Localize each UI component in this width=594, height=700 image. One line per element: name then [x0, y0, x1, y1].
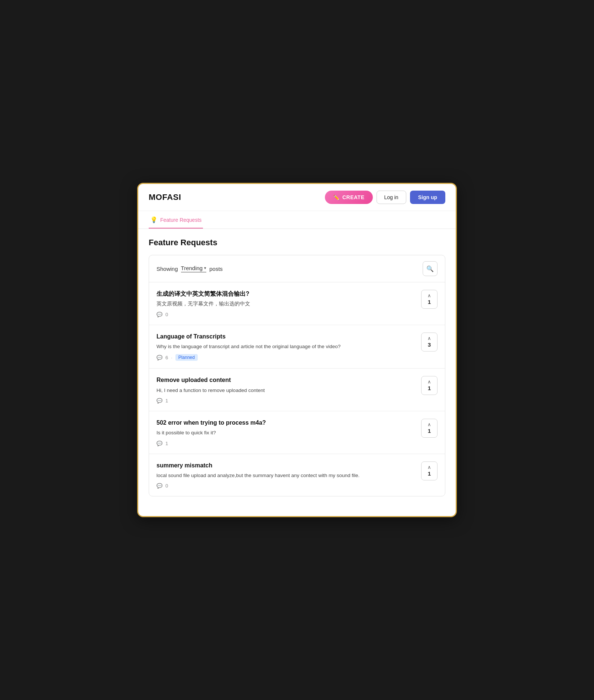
filter-text: Showing Trending ▾ posts: [156, 265, 223, 272]
post-item: Language of Transcripts Why is the langu…: [149, 325, 445, 369]
post-description: Why is the language of transcript and ar…: [156, 343, 415, 350]
app-logo: MOFASI: [149, 192, 181, 202]
posts-container: Showing Trending ▾ posts 🔍 生成的译文中英文简繁体混合…: [149, 255, 445, 496]
upvote-icon: ∧: [427, 422, 431, 427]
post-item: 生成的译文中英文简繁体混合输出? 英文原视频，无字幕文件，输出选的中文 💬 0 …: [149, 282, 445, 325]
showing-label: Showing: [156, 266, 178, 272]
post-meta: 💬 0: [156, 483, 415, 489]
post-description: 英文原视频，无字幕文件，输出选的中文: [156, 300, 415, 308]
filter-bar: Showing Trending ▾ posts 🔍: [149, 255, 445, 282]
chevron-down-icon: ▾: [204, 266, 206, 270]
posts-list: 生成的译文中英文简繁体混合输出? 英文原视频，无字幕文件，输出选的中文 💬 0 …: [149, 282, 445, 496]
comment-icon: 💬: [156, 398, 162, 404]
comment-icon: 💬: [156, 441, 162, 446]
upvote-icon: ∧: [427, 293, 431, 298]
post-title: 生成的译文中英文简繁体混合输出?: [156, 290, 415, 298]
vote-button[interactable]: ∧ 1: [421, 290, 438, 309]
upvote-icon: ∧: [427, 336, 431, 341]
posts-label: posts: [209, 266, 223, 272]
comment-count: 1: [165, 441, 168, 446]
tab-feature-requests[interactable]: 💡 Feature Requests: [149, 211, 203, 229]
post-title: 502 error when trying to process m4a?: [156, 419, 415, 427]
post-description: Hi, I need a function to remove uploaded…: [156, 387, 415, 394]
page-title: Feature Requests: [149, 238, 445, 247]
comment-count: 0: [165, 483, 168, 489]
post-item: Remove uploaded content Hi, I need a fun…: [149, 369, 445, 411]
post-body: Remove uploaded content Hi, I need a fun…: [156, 376, 415, 404]
header: MOFASI ✏️ CREATE Log in Sign up: [138, 184, 456, 211]
comment-icon: 💬: [156, 483, 162, 489]
post-title: summery mismatch: [156, 461, 415, 470]
upvote-icon: ∧: [427, 379, 431, 384]
post-item: summery mismatch local sound file upload…: [149, 454, 445, 496]
tag-planned: Planned: [175, 354, 198, 361]
vote-button[interactable]: ∧ 1: [421, 419, 438, 438]
dot-separator: ·: [171, 355, 172, 360]
vote-count: 1: [428, 428, 431, 434]
post-meta: 💬 1: [156, 398, 415, 404]
post-body: summery mismatch local sound file upload…: [156, 461, 415, 489]
login-button[interactable]: Log in: [377, 191, 406, 204]
vote-button[interactable]: ∧ 1: [421, 461, 438, 480]
vote-count: 1: [428, 385, 431, 392]
comment-icon: 💬: [156, 355, 162, 360]
comment-count: 6: [165, 355, 168, 360]
vote-count: 1: [428, 470, 431, 477]
post-body: 502 error when trying to process m4a? Is…: [156, 419, 415, 446]
upvote-icon: ∧: [427, 465, 431, 470]
post-description: local sound file upload and analyze,but …: [156, 472, 415, 479]
create-button[interactable]: ✏️ CREATE: [325, 191, 372, 204]
post-body: 生成的译文中英文简繁体混合输出? 英文原视频，无字幕文件，输出选的中文 💬 0: [156, 290, 415, 317]
vote-count: 3: [428, 341, 431, 348]
pencil-icon: ✏️: [333, 194, 340, 200]
search-button[interactable]: 🔍: [423, 261, 438, 276]
header-actions: ✏️ CREATE Log in Sign up: [325, 191, 445, 204]
vote-button[interactable]: ∧ 1: [421, 376, 438, 395]
sort-dropdown[interactable]: Trending ▾: [181, 265, 207, 272]
post-item: 502 error when trying to process m4a? Is…: [149, 411, 445, 454]
post-body: Language of Transcripts Why is the langu…: [156, 333, 415, 361]
post-meta: 💬 0: [156, 312, 415, 317]
main-content: Feature Requests Showing Trending ▾ post…: [138, 229, 456, 505]
signup-button[interactable]: Sign up: [410, 191, 445, 204]
post-meta: 💬 6 · Planned: [156, 354, 415, 361]
nav-tab-bar: 💡 Feature Requests: [138, 211, 456, 229]
sort-label: Trending: [181, 265, 203, 271]
vote-button[interactable]: ∧ 3: [421, 333, 438, 351]
post-title: Remove uploaded content: [156, 376, 415, 384]
search-icon: 🔍: [426, 265, 434, 272]
bulb-icon: 💡: [150, 216, 158, 223]
app-window: MOFASI ✏️ CREATE Log in Sign up 💡 Featur…: [137, 183, 457, 517]
post-title: Language of Transcripts: [156, 333, 415, 341]
comment-icon: 💬: [156, 312, 162, 317]
post-description: Is it possible to quick fix it?: [156, 429, 415, 437]
post-meta: 💬 1: [156, 441, 415, 446]
vote-count: 1: [428, 299, 431, 305]
comment-count: 0: [165, 312, 168, 317]
comment-count: 1: [165, 398, 168, 404]
